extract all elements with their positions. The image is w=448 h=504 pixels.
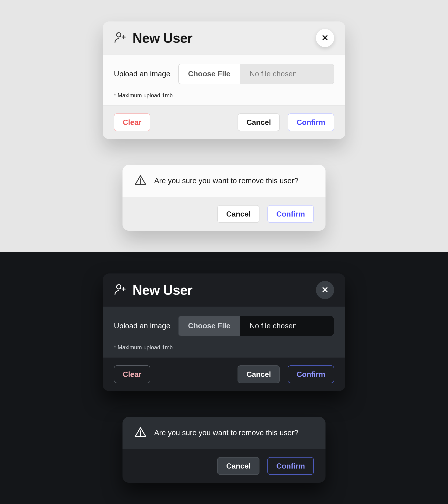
svg-point-0 <box>117 33 121 37</box>
new-user-modal: New User ✕ Upload an image Choose File N… <box>103 273 345 391</box>
modal-footer: Clear Cancel Confirm <box>103 106 345 139</box>
confirm-button[interactable]: Confirm <box>288 113 334 131</box>
confirm-footer: Cancel Confirm <box>123 197 325 231</box>
confirm-body: Are you sure you want to remove this use… <box>123 417 325 449</box>
warning-icon <box>134 426 147 440</box>
user-plus-icon <box>114 283 127 297</box>
file-status: No file chosen <box>240 316 334 336</box>
modal-title: New User <box>133 30 192 46</box>
confirm-footer: Cancel Confirm <box>123 449 325 483</box>
cancel-button[interactable]: Cancel <box>237 113 280 131</box>
svg-point-9 <box>140 434 141 435</box>
close-icon: ✕ <box>321 34 329 42</box>
upload-label: Upload an image <box>114 70 170 78</box>
modal-footer: Clear Cancel Confirm <box>103 358 345 391</box>
remove-user-modal: Are you sure you want to remove this use… <box>123 417 325 483</box>
confirm-message: Are you sure you want to remove this use… <box>154 176 298 185</box>
header-left: New User <box>114 282 192 298</box>
header-left: New User <box>114 30 192 46</box>
file-status: No file chosen <box>240 64 334 84</box>
modal-header: New User ✕ <box>103 273 345 306</box>
clear-button[interactable]: Clear <box>114 365 150 383</box>
clear-button[interactable]: Clear <box>114 113 150 131</box>
modal-title: New User <box>133 282 192 298</box>
upload-hint: * Maximum upload 1mb <box>114 92 334 99</box>
cancel-button[interactable]: Cancel <box>217 457 259 475</box>
choose-file-button[interactable]: Choose File <box>179 316 240 336</box>
dark-theme-section: New User ✕ Upload an image Choose File N… <box>0 252 448 504</box>
upload-label: Upload an image <box>114 322 170 330</box>
new-user-modal: New User ✕ Upload an image Choose File N… <box>103 21 345 139</box>
svg-point-5 <box>117 285 121 289</box>
svg-point-4 <box>140 182 141 183</box>
confirm-message: Are you sure you want to remove this use… <box>154 428 298 437</box>
close-icon: ✕ <box>321 286 329 294</box>
close-button[interactable]: ✕ <box>316 281 334 299</box>
cancel-button[interactable]: Cancel <box>237 365 280 383</box>
modal-body: Upload an image Choose File No file chos… <box>103 54 345 106</box>
file-picker: Choose File No file chosen <box>178 64 334 84</box>
confirm-button[interactable]: Confirm <box>288 365 334 383</box>
confirm-body: Are you sure you want to remove this use… <box>123 165 325 197</box>
warning-icon <box>134 174 147 188</box>
upload-hint: * Maximum upload 1mb <box>114 344 334 351</box>
choose-file-button[interactable]: Choose File <box>179 64 240 84</box>
remove-user-modal: Are you sure you want to remove this use… <box>123 165 325 231</box>
upload-row: Upload an image Choose File No file chos… <box>114 316 334 336</box>
light-theme-section: New User ✕ Upload an image Choose File N… <box>0 0 448 252</box>
close-button[interactable]: ✕ <box>316 29 334 47</box>
cancel-button[interactable]: Cancel <box>217 205 259 223</box>
file-picker: Choose File No file chosen <box>178 316 334 336</box>
confirm-button[interactable]: Confirm <box>268 205 314 223</box>
confirm-button[interactable]: Confirm <box>268 457 314 475</box>
upload-row: Upload an image Choose File No file chos… <box>114 64 334 84</box>
user-plus-icon <box>114 31 127 45</box>
modal-body: Upload an image Choose File No file chos… <box>103 306 345 358</box>
modal-header: New User ✕ <box>103 21 345 54</box>
